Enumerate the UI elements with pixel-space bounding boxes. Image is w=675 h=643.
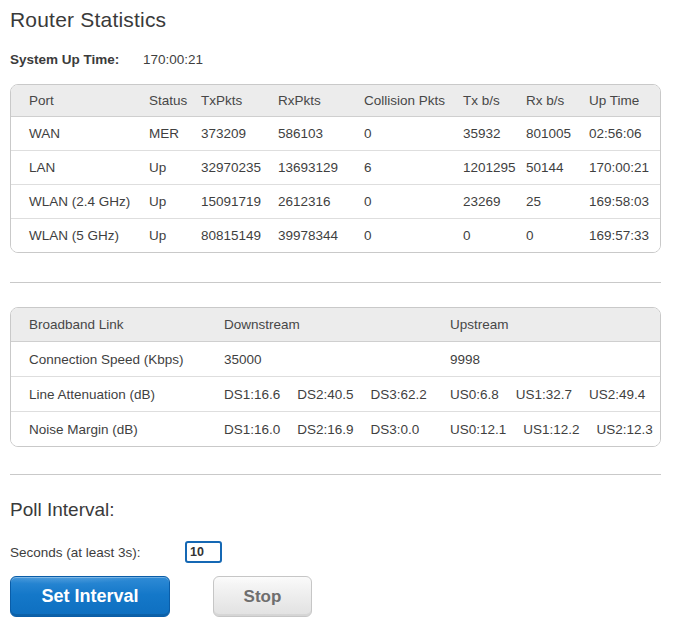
- cell-collision-pkts: 0: [364, 228, 463, 243]
- table-row-lan: LAN Up 32970235 13693129 6 1201295 50144…: [11, 150, 660, 184]
- section-divider: [10, 282, 661, 283]
- cell-port: WLAN (5 GHz): [29, 228, 149, 243]
- table-row-noise-margin: Noise Margin (dB) DS1:16.0 DS2:16.9 DS3:…: [11, 411, 660, 446]
- cell-status: MER: [149, 126, 201, 141]
- cell-status: Up: [149, 228, 201, 243]
- system-up-time-row: System Up Time: 170:00:21: [10, 52, 661, 67]
- cell-rx-bs: 801005: [526, 126, 589, 141]
- column-header-up-time: Up Time: [589, 93, 660, 108]
- set-interval-button[interactable]: Set Interval: [10, 576, 170, 617]
- broadband-table-header-row: Broadband Link Downstream Upstream: [11, 308, 660, 341]
- cell-rxpkts: 39978344: [278, 228, 364, 243]
- cell-txpkts: 32970235: [201, 160, 278, 175]
- table-row-line-attenuation: Line Attenuation (dB) DS1:16.6 DS2:40.5 …: [11, 376, 660, 411]
- cell-status: Up: [149, 194, 201, 209]
- cell-collision-pkts: 0: [364, 126, 463, 141]
- upstream-value: US1:12.2: [523, 422, 579, 437]
- system-up-time-label: System Up Time:: [10, 52, 143, 67]
- stop-button[interactable]: Stop: [213, 576, 312, 617]
- cell-up-time: 02:56:06: [589, 126, 660, 141]
- cell-txpkts: 15091719: [201, 194, 278, 209]
- cell-upstream: US0:6.8 US1:32.7 US2:49.4: [450, 387, 660, 402]
- table-row-wlan-5: WLAN (5 GHz) Up 80815149 39978344 0 0 0 …: [11, 218, 660, 252]
- cell-upstream: 9998: [450, 352, 660, 367]
- cell-downstream: DS1:16.0 DS2:16.9 DS3:0.0: [224, 422, 450, 437]
- cell-upstream: US0:12.1 US1:12.2 US2:12.3: [450, 422, 660, 437]
- column-header-rxpkts: RxPkts: [278, 93, 364, 108]
- downstream-value: DS2:40.5: [297, 387, 353, 402]
- upstream-value: US0:12.1: [450, 422, 506, 437]
- system-up-time-value: 170:00:21: [143, 52, 203, 67]
- cell-downstream: DS1:16.6 DS2:40.5 DS3:62.2: [224, 387, 450, 402]
- table-row-wlan-24: WLAN (2.4 GHz) Up 15091719 2612316 0 232…: [11, 184, 660, 218]
- cell-rx-bs: 25: [526, 194, 589, 209]
- cell-metric-label: Connection Speed (Kbps): [29, 352, 224, 367]
- upstream-value: US2:12.3: [597, 422, 653, 437]
- cell-tx-bs: 23269: [463, 194, 526, 209]
- column-header-upstream: Upstream: [450, 317, 660, 332]
- column-header-status: Status: [149, 93, 201, 108]
- downstream-value: DS3:0.0: [371, 422, 420, 437]
- poll-interval-heading: Poll Interval:: [10, 499, 661, 521]
- column-header-txpkts: TxPkts: [201, 93, 278, 108]
- poll-seconds-label: Seconds (at least 3s):: [10, 545, 185, 560]
- upstream-value: 9998: [450, 352, 480, 367]
- downstream-value: 35000: [224, 352, 262, 367]
- column-header-tx-bs: Tx b/s: [463, 93, 526, 108]
- cell-rx-bs: 50144: [526, 160, 589, 175]
- router-statistics-page: Router Statistics System Up Time: 170:00…: [0, 0, 675, 617]
- poll-seconds-row: Seconds (at least 3s):: [10, 541, 661, 563]
- table-row-wan: WAN MER 373209 586103 0 35932 801005 02:…: [11, 116, 660, 150]
- section-divider: [10, 474, 661, 475]
- downstream-value: DS1:16.0: [224, 422, 280, 437]
- cell-txpkts: 80815149: [201, 228, 278, 243]
- downstream-value: DS3:62.2: [371, 387, 427, 402]
- cell-up-time: 169:58:03: [589, 194, 660, 209]
- table-row-connection-speed: Connection Speed (Kbps) 35000 9998: [11, 341, 660, 376]
- cell-rxpkts: 13693129: [278, 160, 364, 175]
- cell-tx-bs: 35932: [463, 126, 526, 141]
- cell-up-time: 170:00:21: [589, 160, 660, 175]
- cell-rxpkts: 586103: [278, 126, 364, 141]
- cell-port: WLAN (2.4 GHz): [29, 194, 149, 209]
- page-title: Router Statistics: [10, 8, 661, 32]
- downstream-value: DS2:16.9: [297, 422, 353, 437]
- port-stats-table: Port Status TxPkts RxPkts Collision Pkts…: [10, 84, 661, 253]
- upstream-value: US0:6.8: [450, 387, 499, 402]
- broadband-link-table: Broadband Link Downstream Upstream Conne…: [10, 307, 661, 447]
- cell-collision-pkts: 6: [364, 160, 463, 175]
- cell-port: WAN: [29, 126, 149, 141]
- cell-txpkts: 373209: [201, 126, 278, 141]
- poll-buttons-row: Set Interval Stop: [10, 576, 661, 617]
- cell-collision-pkts: 0: [364, 194, 463, 209]
- column-header-port: Port: [29, 93, 149, 108]
- cell-tx-bs: 1201295: [463, 160, 526, 175]
- column-header-broadband-link: Broadband Link: [29, 317, 224, 332]
- column-header-collision-pkts: Collision Pkts: [364, 93, 463, 108]
- column-header-rx-bs: Rx b/s: [526, 93, 589, 108]
- upstream-value: US2:49.4: [589, 387, 645, 402]
- cell-rxpkts: 2612316: [278, 194, 364, 209]
- cell-downstream: 35000: [224, 352, 450, 367]
- cell-status: Up: [149, 160, 201, 175]
- cell-tx-bs: 0: [463, 228, 526, 243]
- port-table-header-row: Port Status TxPkts RxPkts Collision Pkts…: [11, 85, 660, 116]
- cell-up-time: 169:57:33: [589, 228, 660, 243]
- cell-metric-label: Noise Margin (dB): [29, 422, 224, 437]
- upstream-value: US1:32.7: [516, 387, 572, 402]
- poll-seconds-input[interactable]: [185, 541, 222, 563]
- cell-rx-bs: 0: [526, 228, 589, 243]
- cell-metric-label: Line Attenuation (dB): [29, 387, 224, 402]
- column-header-downstream: Downstream: [224, 317, 450, 332]
- downstream-value: DS1:16.6: [224, 387, 280, 402]
- cell-port: LAN: [29, 160, 149, 175]
